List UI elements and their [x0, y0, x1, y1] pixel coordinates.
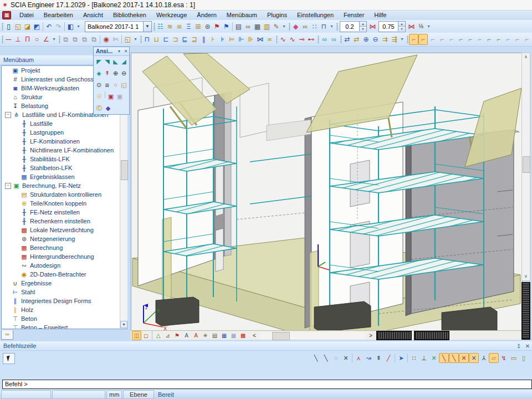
- tree-item[interactable]: ╂Stahlbeton-LFK: [2, 163, 127, 172]
- tree-dock-tab[interactable]: ≔: [1, 330, 13, 340]
- gem-tool-icon[interactable]: ◆: [291, 21, 300, 32]
- member-node-icon[interactable]: ⊧: [218, 34, 227, 45]
- save-all-icon[interactable]: ◩: [32, 21, 42, 32]
- member-support-icon[interactable]: ⊨: [227, 34, 237, 45]
- tree-item[interactable]: ╂Stabilitäts-LFK: [2, 155, 127, 163]
- spinner-up-icon[interactable]: ▲: [360, 22, 366, 27]
- status-plane[interactable]: Ebene XY: [123, 390, 154, 399]
- tree-item[interactable]: ⊛Netzgenerierung: [2, 234, 127, 243]
- draw-circle-icon[interactable]: ○: [32, 34, 42, 45]
- render-filled-icon[interactable]: ◫: [132, 331, 141, 340]
- member-rib-icon[interactable]: ⊐: [171, 34, 180, 45]
- multicopy-icon[interactable]: ⇉: [380, 34, 390, 45]
- snap-node-icon[interactable]: ⋏: [354, 353, 364, 363]
- model-viewport[interactable]: z Y X: [131, 53, 523, 331]
- pin-icon[interactable]: ‡: [514, 343, 523, 349]
- tree-item[interactable]: ⊢Stahl: [2, 288, 127, 296]
- copy-tool3-icon[interactable]: ⧉: [80, 34, 89, 45]
- tree-item[interactable]: ∥Holz: [2, 305, 127, 314]
- close-icon[interactable]: ✕: [523, 343, 532, 349]
- zoom-in-icon[interactable]: ⊕: [111, 68, 120, 79]
- query-dimension-icon[interactable]: ⊓: [319, 21, 329, 32]
- menu-item-hilfe[interactable]: Hilfe: [369, 12, 391, 18]
- zoom-window-icon[interactable]: ⊙: [95, 80, 103, 90]
- filter-r3-icon[interactable]: ⌐: [475, 34, 484, 45]
- snap-endpoint-icon[interactable]: ╲: [439, 353, 449, 363]
- filter-columns-icon[interactable]: ⌐: [418, 34, 428, 45]
- save-icon[interactable]: ◪: [23, 21, 32, 32]
- view-axo-3-icon[interactable]: ◣: [111, 57, 120, 67]
- filter-slabs-icon[interactable]: ⌐: [428, 34, 437, 45]
- filter-h1-icon[interactable]: ⌐: [513, 34, 522, 45]
- member-hinge-icon[interactable]: ⊩: [237, 34, 246, 45]
- filter-beams-icon[interactable]: ⌐: [409, 34, 418, 45]
- filter-walls-icon[interactable]: ⌐: [437, 34, 447, 45]
- app-icon[interactable]: ▦: [2, 11, 11, 19]
- tree-expander-icon[interactable]: −: [5, 112, 11, 118]
- deformation-scale-icon[interactable]: ⋈: [407, 21, 416, 32]
- status-units[interactable]: mm: [106, 390, 122, 399]
- light-icon[interactable]: ☉: [95, 91, 104, 102]
- tree-item[interactable]: ▦Ergebnisklassen: [2, 172, 127, 181]
- cursor-settings-icon[interactable]: ➤: [396, 353, 406, 363]
- member-cross-icon[interactable]: ⋈: [255, 34, 265, 45]
- menu-item-werkzeuge[interactable]: Werkzeuge: [151, 12, 192, 18]
- grid-display-icon[interactable]: ▦: [219, 331, 229, 340]
- view-axo-4-icon[interactable]: ◢: [120, 57, 128, 67]
- scroll-up-icon[interactable]: ∧: [522, 53, 530, 61]
- filter-r1-icon[interactable]: ⌐: [456, 34, 466, 45]
- camera-icon[interactable]: ▣: [106, 91, 115, 102]
- connect-3-icon[interactable]: ⊸: [297, 34, 306, 45]
- menu-item-fenster[interactable]: Fenster: [339, 12, 369, 18]
- copy-icon[interactable]: ⇄: [352, 34, 361, 45]
- view-manager-icon[interactable]: ◱: [120, 80, 128, 90]
- clipping-box-icon[interactable]: Ⓒ: [95, 103, 104, 114]
- tree-expander-icon[interactable]: −: [5, 183, 11, 189]
- copy-tool-icon[interactable]: ⧉: [61, 34, 70, 45]
- overflow-chevron[interactable]: ▾: [51, 34, 57, 45]
- select-circle-icon[interactable]: ◌: [331, 353, 341, 363]
- menu-item-bibliotheken[interactable]: Bibliotheken: [108, 12, 151, 18]
- construction-stages-icon[interactable]: ☷: [156, 21, 165, 32]
- table-icon[interactable]: ▦: [253, 21, 262, 32]
- tree-scroll-down-icon[interactable]: ▼: [120, 321, 127, 328]
- deselect-icon[interactable]: ✕: [341, 353, 351, 363]
- copy-tool4-icon[interactable]: ⧉: [89, 34, 99, 45]
- draw-polyline-icon[interactable]: Π: [23, 34, 32, 45]
- member-shell-icon[interactable]: ∥: [199, 34, 208, 45]
- tree-item[interactable]: ▦Berechnung: [2, 243, 127, 252]
- filter-g2-icon[interactable]: ⌐: [494, 34, 503, 45]
- load-scale-spinner[interactable]: 0.2 ▲▼: [340, 21, 367, 32]
- tree-item[interactable]: −▣Berechnung, FE-Netz: [2, 181, 127, 190]
- snap-intersection-icon[interactable]: ✕: [459, 353, 469, 363]
- view-toolbar-titlebar[interactable]: Ansi... ▾ ✕: [94, 47, 129, 56]
- tree-item[interactable]: ⊤Beton: [2, 314, 127, 323]
- tree-item[interactable]: ╂LF-Kombinationen: [2, 137, 127, 146]
- snap-polygon-icon[interactable]: ▱: [489, 353, 499, 363]
- menu-item-einstellungen[interactable]: Einstellungen: [292, 12, 339, 18]
- spinner-down-icon[interactable]: ▼: [360, 27, 366, 31]
- chevron-down-icon[interactable]: ▾: [116, 49, 122, 54]
- copy-tool2-icon[interactable]: ⧉: [70, 34, 80, 45]
- draw-dimension-icon[interactable]: ⊥: [13, 34, 23, 45]
- close-icon[interactable]: ✕: [122, 49, 129, 54]
- tree-item[interactable]: ∥Integriertes Design Forms: [2, 296, 127, 305]
- new-folder-icon[interactable]: ◱: [123, 34, 132, 45]
- remove-node-icon[interactable]: ⊖: [371, 34, 380, 45]
- tree-item[interactable]: ╂Lastfälle: [2, 119, 127, 128]
- filter-r2-icon[interactable]: ⌐: [466, 34, 475, 45]
- dot-grid-icon[interactable]: ∷: [310, 21, 319, 32]
- menu-item-ansicht[interactable]: Ansicht: [78, 12, 108, 18]
- scroll-left-button[interactable]: <: [251, 332, 258, 339]
- results-flag2-icon[interactable]: ⚑: [222, 21, 231, 32]
- clipboard-icon[interactable]: ⊞: [193, 21, 203, 32]
- snap-line-icon[interactable]: ╱: [383, 353, 393, 363]
- camera-off-icon[interactable]: ▣: [115, 91, 124, 102]
- overflow-chevron[interactable]: ▾: [329, 21, 335, 32]
- spinner-down-icon[interactable]: ▼: [398, 27, 405, 31]
- pair-view-icon[interactable]: ∞: [320, 34, 329, 45]
- menu-item-menbaum[interactable]: Menübaum: [222, 12, 262, 18]
- scroll-down-icon[interactable]: ∨: [522, 273, 530, 280]
- tree-item[interactable]: ◉2D-Daten-Betrachter: [2, 270, 127, 279]
- snap-flag-icon[interactable]: ⇞: [374, 353, 383, 363]
